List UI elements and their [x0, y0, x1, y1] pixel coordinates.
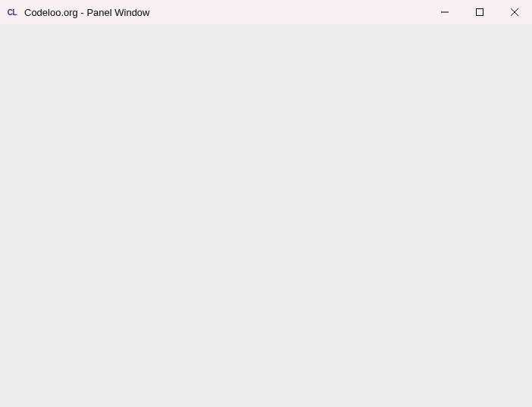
minimize-button[interactable]: [427, 0, 462, 24]
content-area: [0, 24, 532, 407]
app-icon-label: CL: [8, 8, 17, 17]
window-controls: [427, 0, 532, 24]
window-title: Codeloo.org - Panel Window: [24, 7, 427, 18]
close-button[interactable]: [497, 0, 532, 24]
minimize-icon: [441, 8, 449, 16]
app-icon: CL: [6, 6, 18, 18]
close-icon: [511, 8, 518, 16]
svg-rect-1: [477, 9, 483, 16]
maximize-button[interactable]: [462, 0, 497, 24]
titlebar[interactable]: CL Codeloo.org - Panel Window: [0, 0, 532, 24]
maximize-icon: [476, 8, 483, 16]
